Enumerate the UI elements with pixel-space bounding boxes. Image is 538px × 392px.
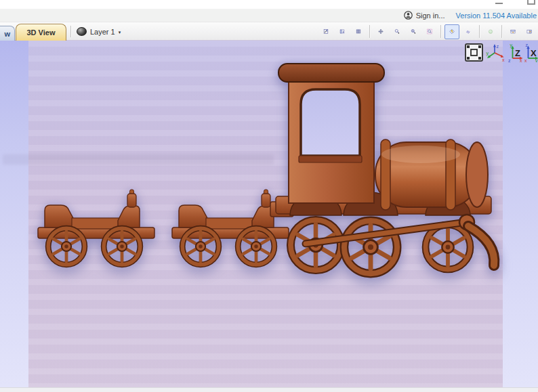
minimize-icon[interactable]	[495, 3, 503, 4]
pan-icon[interactable]	[373, 24, 388, 39]
split-view-vertical-icon[interactable]	[522, 24, 537, 39]
menu-bar: Sign in... Version 11.504 Available	[0, 9, 538, 22]
svg-text:y: y	[535, 58, 538, 62]
bottom-edge-bar	[0, 387, 538, 392]
svg-text:y: y	[510, 43, 513, 48]
toggle-toolpath-drawing-icon[interactable]	[461, 24, 476, 39]
zoom-selected-icon[interactable]	[422, 24, 437, 39]
toolbar-separator	[369, 25, 370, 38]
zoom-to-drawing-icon[interactable]	[318, 24, 333, 39]
toolbar-separator	[440, 25, 441, 38]
svg-text:z: z	[508, 58, 511, 62]
sign-in-button[interactable]: Sign in...	[404, 11, 445, 20]
view-tab-bar: w 3D View Layer 1 ▾	[0, 22, 538, 41]
toolbar-separator	[70, 26, 71, 37]
scale-to-fit-icon[interactable]	[465, 43, 483, 62]
version-link[interactable]: Version 11.504 Available	[456, 12, 537, 20]
layer-icon	[77, 27, 87, 36]
train-model	[32, 60, 506, 280]
sign-in-label: Sign in...	[416, 12, 445, 20]
toolbar-separator	[501, 25, 502, 38]
view-along-z-icon[interactable]: y x z Z	[508, 42, 524, 62]
svg-text:Z: Z	[515, 48, 520, 58]
split-view-horizontal-icon[interactable]	[505, 24, 520, 39]
3d-viewport[interactable]: z y x y x z Z z y x X	[0, 41, 538, 387]
svg-text:z: z	[497, 44, 499, 49]
svg-text:y: y	[487, 51, 489, 56]
layer-selector-label: Layer 1	[90, 28, 115, 36]
maximize-icon[interactable]	[527, 0, 535, 5]
tab-3d-view-label: 3D View	[27, 28, 56, 37]
zoom-interactive-icon[interactable]	[390, 24, 405, 39]
toolbar-separator	[479, 25, 480, 38]
tab-2d-view-partial[interactable]: w	[0, 26, 15, 41]
application-window: Sign in... Version 11.504 Available w 3D…	[0, 0, 538, 392]
save-shaded-image-icon[interactable]	[483, 24, 498, 39]
svg-text:x: x	[520, 58, 522, 62]
tab-2d-view-partial-label: w	[4, 30, 10, 38]
title-bar	[0, 0, 538, 9]
layer-selector[interactable]: Layer 1 ▾	[77, 26, 121, 37]
view-toolbar	[318, 24, 537, 39]
svg-text:z: z	[526, 43, 529, 47]
svg-text:X: X	[531, 48, 537, 58]
view-along-x-icon[interactable]: z y x X	[524, 42, 538, 62]
train-wagon-2	[172, 190, 289, 265]
window-layout-icon[interactable]	[335, 24, 350, 39]
color-shaded-view-icon[interactable]	[444, 24, 459, 39]
zoom-box-icon[interactable]	[406, 24, 421, 39]
train-wagon-1	[38, 190, 154, 265]
chevron-down-icon: ▾	[119, 28, 121, 35]
snap-grid-icon[interactable]	[351, 24, 366, 39]
train-locomotive	[270, 64, 494, 274]
tab-3d-view[interactable]: 3D View	[16, 24, 66, 41]
user-circle-icon	[404, 11, 413, 20]
svg-text:x: x	[524, 58, 527, 62]
